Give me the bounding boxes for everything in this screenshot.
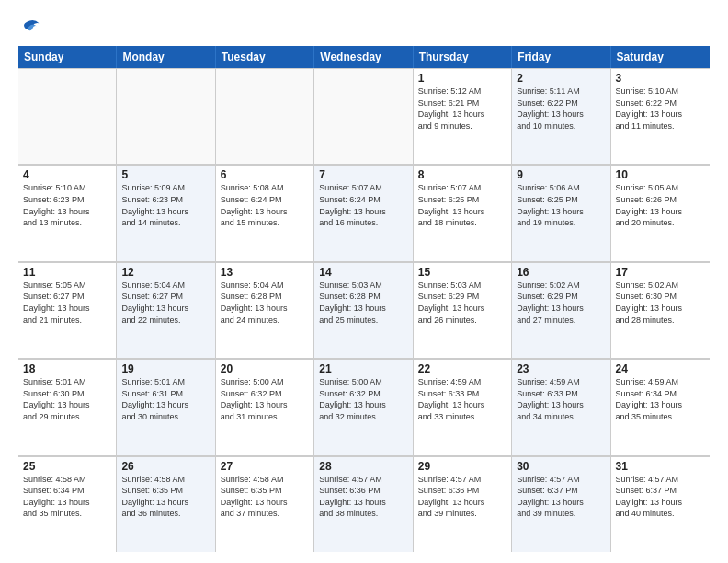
cell-info: Sunrise: 4:57 AMSunset: 6:36 PMDaylight:… [418, 474, 506, 520]
cell-info: Sunrise: 4:57 AMSunset: 6:37 PMDaylight:… [517, 474, 605, 520]
calendar-cell: 1Sunrise: 5:12 AMSunset: 6:21 PMDaylight… [414, 68, 512, 164]
cell-info: Sunrise: 4:59 AMSunset: 6:33 PMDaylight:… [418, 376, 506, 422]
cell-info: Sunrise: 5:02 AMSunset: 6:30 PMDaylight:… [616, 280, 705, 326]
calendar-cell: 17Sunrise: 5:02 AMSunset: 6:30 PMDayligh… [611, 262, 710, 358]
calendar-cell: 4Sunrise: 5:10 AMSunset: 6:23 PMDaylight… [18, 165, 117, 260]
page: SundayMondayTuesdayWednesdayThursdayFrid… [0, 0, 728, 563]
day-number: 10 [616, 168, 705, 181]
calendar-cell: 19Sunrise: 5:01 AMSunset: 6:31 PMDayligh… [117, 359, 215, 454]
day-number: 13 [221, 266, 309, 279]
calendar-cell: 8Sunrise: 5:07 AMSunset: 6:25 PMDaylight… [414, 165, 512, 260]
calendar-week-5: 25Sunrise: 4:58 AMSunset: 6:34 PMDayligh… [18, 456, 710, 552]
day-number: 11 [23, 266, 111, 279]
calendar-week-2: 4Sunrise: 5:10 AMSunset: 6:23 PMDaylight… [18, 165, 710, 261]
cell-info: Sunrise: 5:06 AMSunset: 6:25 PMDaylight:… [517, 182, 605, 228]
day-number: 17 [616, 266, 705, 279]
cell-info: Sunrise: 5:12 AMSunset: 6:21 PMDaylight:… [418, 86, 506, 132]
cell-info: Sunrise: 5:09 AMSunset: 6:23 PMDaylight:… [121, 182, 210, 228]
cell-info: Sunrise: 4:58 AMSunset: 6:35 PMDaylight:… [121, 474, 210, 520]
calendar-cell: 27Sunrise: 4:58 AMSunset: 6:35 PMDayligh… [216, 456, 314, 552]
cell-info: Sunrise: 4:59 AMSunset: 6:33 PMDaylight:… [517, 376, 605, 422]
cell-info: Sunrise: 5:03 AMSunset: 6:28 PMDaylight:… [319, 280, 407, 326]
day-number: 21 [319, 362, 407, 375]
calendar-cell: 7Sunrise: 5:07 AMSunset: 6:24 PMDaylight… [314, 165, 413, 260]
calendar-cell: 12Sunrise: 5:04 AMSunset: 6:27 PMDayligh… [117, 262, 215, 358]
calendar-week-3: 11Sunrise: 5:05 AMSunset: 6:27 PMDayligh… [18, 262, 710, 359]
calendar-cell [117, 68, 215, 164]
header [18, 17, 710, 37]
calendar-cell: 28Sunrise: 4:57 AMSunset: 6:36 PMDayligh… [314, 456, 413, 552]
calendar-cell: 15Sunrise: 5:03 AMSunset: 6:29 PMDayligh… [414, 262, 512, 358]
cell-info: Sunrise: 5:07 AMSunset: 6:25 PMDaylight:… [418, 182, 506, 228]
calendar-cell: 3Sunrise: 5:10 AMSunset: 6:22 PMDaylight… [611, 68, 710, 164]
cell-info: Sunrise: 5:01 AMSunset: 6:31 PMDaylight:… [121, 376, 210, 422]
cell-info: Sunrise: 5:03 AMSunset: 6:29 PMDaylight:… [418, 280, 506, 326]
day-number: 23 [517, 362, 605, 375]
cell-info: Sunrise: 5:04 AMSunset: 6:28 PMDaylight:… [221, 280, 309, 326]
day-number: 3 [616, 72, 705, 85]
cell-info: Sunrise: 5:05 AMSunset: 6:26 PMDaylight:… [616, 182, 705, 228]
day-number: 24 [616, 362, 705, 375]
calendar-cell [18, 68, 117, 164]
day-number: 9 [517, 168, 605, 181]
calendar-cell: 26Sunrise: 4:58 AMSunset: 6:35 PMDayligh… [117, 456, 215, 552]
calendar-header: SundayMondayTuesdayWednesdayThursdayFrid… [18, 46, 710, 68]
day-number: 12 [121, 266, 210, 279]
cell-info: Sunrise: 5:11 AMSunset: 6:22 PMDaylight:… [517, 86, 605, 132]
day-number: 7 [319, 168, 407, 181]
day-number: 20 [221, 362, 309, 375]
cell-info: Sunrise: 5:00 AMSunset: 6:32 PMDaylight:… [319, 376, 407, 422]
header-day-saturday: Saturday [611, 46, 710, 68]
cell-info: Sunrise: 5:10 AMSunset: 6:22 PMDaylight:… [616, 86, 705, 132]
calendar-cell: 5Sunrise: 5:09 AMSunset: 6:23 PMDaylight… [117, 165, 215, 260]
header-day-sunday: Sunday [18, 46, 117, 68]
header-day-wednesday: Wednesday [314, 46, 413, 68]
day-number: 1 [418, 72, 506, 85]
day-number: 27 [221, 460, 309, 473]
cell-info: Sunrise: 5:07 AMSunset: 6:24 PMDaylight:… [319, 182, 407, 228]
day-number: 31 [616, 460, 705, 473]
header-day-thursday: Thursday [414, 46, 512, 68]
calendar-cell [216, 68, 314, 164]
day-number: 2 [517, 72, 605, 85]
day-number: 28 [319, 460, 407, 473]
calendar-cell: 31Sunrise: 4:57 AMSunset: 6:37 PMDayligh… [611, 456, 710, 552]
cell-info: Sunrise: 5:10 AMSunset: 6:23 PMDaylight:… [23, 182, 111, 228]
cell-info: Sunrise: 4:57 AMSunset: 6:37 PMDaylight:… [616, 474, 705, 520]
calendar-cell: 21Sunrise: 5:00 AMSunset: 6:32 PMDayligh… [314, 359, 413, 454]
calendar-cell: 23Sunrise: 4:59 AMSunset: 6:33 PMDayligh… [512, 359, 610, 454]
calendar-cell: 9Sunrise: 5:06 AMSunset: 6:25 PMDaylight… [512, 165, 610, 260]
day-number: 16 [517, 266, 605, 279]
calendar-cell: 20Sunrise: 5:00 AMSunset: 6:32 PMDayligh… [216, 359, 314, 454]
cell-info: Sunrise: 5:04 AMSunset: 6:27 PMDaylight:… [121, 280, 210, 326]
cell-info: Sunrise: 5:01 AMSunset: 6:30 PMDaylight:… [23, 376, 111, 422]
calendar-cell [314, 68, 413, 164]
cell-info: Sunrise: 4:58 AMSunset: 6:34 PMDaylight:… [23, 474, 111, 520]
calendar-cell: 6Sunrise: 5:08 AMSunset: 6:24 PMDaylight… [216, 165, 314, 260]
day-number: 6 [221, 168, 309, 181]
calendar-cell: 18Sunrise: 5:01 AMSunset: 6:30 PMDayligh… [18, 359, 117, 454]
cell-info: Sunrise: 4:58 AMSunset: 6:35 PMDaylight:… [221, 474, 309, 520]
day-number: 25 [23, 460, 111, 473]
day-number: 18 [23, 362, 111, 375]
calendar-cell: 11Sunrise: 5:05 AMSunset: 6:27 PMDayligh… [18, 262, 117, 358]
calendar-cell: 22Sunrise: 4:59 AMSunset: 6:33 PMDayligh… [414, 359, 512, 454]
calendar-body: 1Sunrise: 5:12 AMSunset: 6:21 PMDaylight… [18, 68, 710, 552]
calendar-cell: 30Sunrise: 4:57 AMSunset: 6:37 PMDayligh… [512, 456, 610, 552]
calendar-cell: 10Sunrise: 5:05 AMSunset: 6:26 PMDayligh… [611, 165, 710, 260]
calendar-cell: 25Sunrise: 4:58 AMSunset: 6:34 PMDayligh… [18, 456, 117, 552]
day-number: 22 [418, 362, 506, 375]
day-number: 19 [121, 362, 210, 375]
calendar-cell: 29Sunrise: 4:57 AMSunset: 6:36 PMDayligh… [414, 456, 512, 552]
logo [18, 17, 40, 37]
cell-info: Sunrise: 5:02 AMSunset: 6:29 PMDaylight:… [517, 280, 605, 326]
logo-icon [20, 17, 40, 37]
cell-info: Sunrise: 5:00 AMSunset: 6:32 PMDaylight:… [221, 376, 309, 422]
cell-info: Sunrise: 5:05 AMSunset: 6:27 PMDaylight:… [23, 280, 111, 326]
day-number: 29 [418, 460, 506, 473]
day-number: 26 [121, 460, 210, 473]
calendar-cell: 13Sunrise: 5:04 AMSunset: 6:28 PMDayligh… [216, 262, 314, 358]
day-number: 5 [121, 168, 210, 181]
calendar-cell: 2Sunrise: 5:11 AMSunset: 6:22 PMDaylight… [512, 68, 610, 164]
day-number: 4 [23, 168, 111, 181]
